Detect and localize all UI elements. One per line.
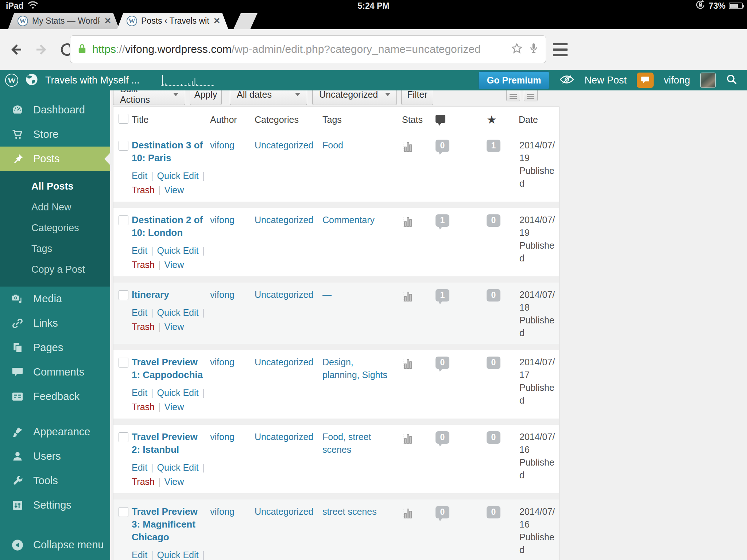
quick-edit-link[interactable]: Quick Edit — [157, 306, 199, 320]
trash-link[interactable]: Trash — [132, 183, 155, 197]
sidebar-item-media[interactable]: Media — [0, 287, 110, 311]
post-title-link[interactable]: Destination 2 of 10: London — [132, 214, 210, 239]
sidebar-item-store[interactable]: Store — [0, 122, 110, 147]
author-link[interactable]: vifong — [210, 215, 235, 225]
category-link[interactable]: Uncategorized — [255, 506, 313, 517]
sidebar-item-dashboard[interactable]: Dashboard — [0, 98, 110, 122]
post-title-link[interactable]: Travel Preview 2: Istanbul — [132, 431, 210, 456]
sidebar-item-appearance[interactable]: Appearance — [0, 420, 110, 444]
excerpt-view-icon[interactable] — [524, 90, 538, 101]
view-link[interactable]: View — [164, 400, 184, 414]
like-count-badge[interactable]: 1 — [487, 140, 500, 152]
category-link[interactable]: Uncategorized — [255, 432, 313, 442]
close-icon[interactable]: ✕ — [213, 16, 220, 26]
tab-my-stats[interactable]: W My Stats — WordPress.co ✕ — [8, 13, 119, 29]
stats-chart-icon[interactable] — [402, 356, 436, 373]
notifications-icon[interactable] — [637, 73, 654, 88]
trash-link[interactable]: Trash — [132, 475, 155, 489]
hidden-eye-icon[interactable] — [560, 74, 574, 86]
forward-icon[interactable] — [34, 42, 50, 58]
comment-count-badge[interactable]: 1 — [436, 214, 449, 227]
view-link[interactable]: View — [164, 320, 184, 334]
row-checkbox[interactable] — [119, 290, 128, 300]
go-premium-button[interactable]: Go Premium — [479, 71, 550, 89]
url-bar[interactable]: https://vifong.wordpress.com/wp-admin/ed… — [70, 35, 546, 63]
sidebar-subitem-tags[interactable]: Tags — [0, 238, 110, 259]
category-link[interactable]: Uncategorized — [255, 140, 313, 150]
stats-chart-icon[interactable] — [402, 505, 436, 522]
comment-count-badge[interactable]: 0 — [436, 140, 449, 152]
sidebar-item-tools[interactable]: Tools — [0, 468, 110, 493]
author-link[interactable]: vifong — [210, 357, 235, 367]
category-filter-select[interactable]: Uncategorized — [312, 90, 397, 105]
like-count-badge[interactable]: 0 — [487, 289, 500, 302]
apply-button[interactable]: Apply — [190, 90, 222, 105]
stats-sparkline[interactable] — [161, 74, 216, 86]
stats-chart-icon[interactable] — [402, 431, 436, 448]
back-icon[interactable] — [8, 42, 24, 58]
sidebar-item-users[interactable]: Users — [0, 444, 110, 468]
post-title-link[interactable]: Travel Preview 3: Magnificent Chicago — [132, 505, 210, 544]
select-all-checkbox[interactable] — [119, 114, 128, 124]
post-title-link[interactable]: Itinerary — [132, 288, 210, 301]
row-checkbox[interactable] — [119, 358, 128, 368]
row-checkbox[interactable] — [119, 507, 128, 517]
trash-link[interactable]: Trash — [132, 258, 155, 272]
post-title-link[interactable]: Travel Preview 1: Cappodochia — [132, 356, 210, 381]
view-link[interactable]: View — [164, 258, 184, 272]
view-link[interactable]: View — [164, 183, 184, 197]
trash-link[interactable]: Trash — [132, 400, 155, 414]
comment-count-badge[interactable]: 0 — [436, 506, 449, 518]
like-count-badge[interactable]: 0 — [487, 431, 500, 444]
tags-link[interactable]: Food, street scenes — [322, 431, 388, 456]
tags-link[interactable]: Food — [322, 139, 388, 152]
dates-filter-select[interactable]: All dates — [230, 90, 307, 105]
avatar[interactable] — [700, 73, 716, 88]
edit-link[interactable]: Edit — [132, 306, 147, 320]
category-link[interactable]: Uncategorized — [255, 215, 313, 225]
stats-chart-icon[interactable] — [402, 139, 436, 156]
bulk-actions-select[interactable]: Bulk Actions — [113, 90, 185, 105]
quick-edit-link[interactable]: Quick Edit — [157, 460, 199, 475]
row-checkbox[interactable] — [119, 215, 128, 225]
tab-posts[interactable]: W Posts ‹ Travels with Myself ✕ — [117, 13, 228, 29]
sidebar-item-pages[interactable]: Pages — [0, 335, 110, 360]
search-icon[interactable] — [726, 74, 738, 87]
sidebar-subitem-add-new[interactable]: Add New — [0, 197, 110, 218]
like-count-badge[interactable]: 0 — [487, 506, 500, 518]
wordpress-logo-icon[interactable]: W — [5, 74, 18, 87]
edit-link[interactable]: Edit — [132, 548, 147, 560]
stats-chart-icon[interactable] — [402, 214, 436, 231]
tags-link[interactable]: street scenes — [322, 505, 388, 518]
new-post-button[interactable]: New Post — [584, 75, 627, 86]
author-link[interactable]: vifong — [210, 506, 235, 517]
tags-link[interactable]: Commentary — [322, 214, 388, 226]
row-checkbox[interactable] — [119, 141, 128, 151]
like-count-badge[interactable]: 0 — [487, 357, 500, 369]
close-icon[interactable]: ✕ — [104, 16, 111, 26]
edit-link[interactable]: Edit — [132, 244, 147, 258]
quick-edit-link[interactable]: Quick Edit — [157, 548, 199, 560]
sidebar-subitem-categories[interactable]: Categories — [0, 218, 110, 238]
view-link[interactable]: View — [164, 475, 184, 489]
sidebar-item-comments[interactable]: Comments — [0, 360, 110, 384]
browser-menu-icon[interactable] — [553, 43, 568, 56]
row-checkbox[interactable] — [119, 432, 128, 442]
tags-link[interactable]: — — [322, 288, 388, 301]
username[interactable]: vifong — [664, 75, 690, 86]
trash-link[interactable]: Trash — [132, 320, 155, 334]
quick-edit-link[interactable]: Quick Edit — [157, 244, 199, 258]
filter-button[interactable]: Filter — [401, 90, 433, 105]
author-link[interactable]: vifong — [210, 432, 235, 442]
comment-count-badge[interactable]: 1 — [436, 289, 449, 302]
edit-link[interactable]: Edit — [132, 386, 147, 400]
stats-chart-icon[interactable] — [402, 288, 436, 306]
quick-edit-link[interactable]: Quick Edit — [157, 386, 199, 400]
like-count-badge[interactable]: 0 — [487, 214, 500, 227]
site-name[interactable]: Travels with Myself ... — [45, 75, 140, 86]
globe-icon[interactable] — [26, 73, 38, 87]
list-view-icon[interactable] — [506, 90, 520, 101]
comment-count-badge[interactable]: 0 — [436, 357, 449, 369]
voice-search-mic-icon[interactable] — [529, 42, 538, 56]
author-link[interactable]: vifong — [210, 140, 235, 150]
